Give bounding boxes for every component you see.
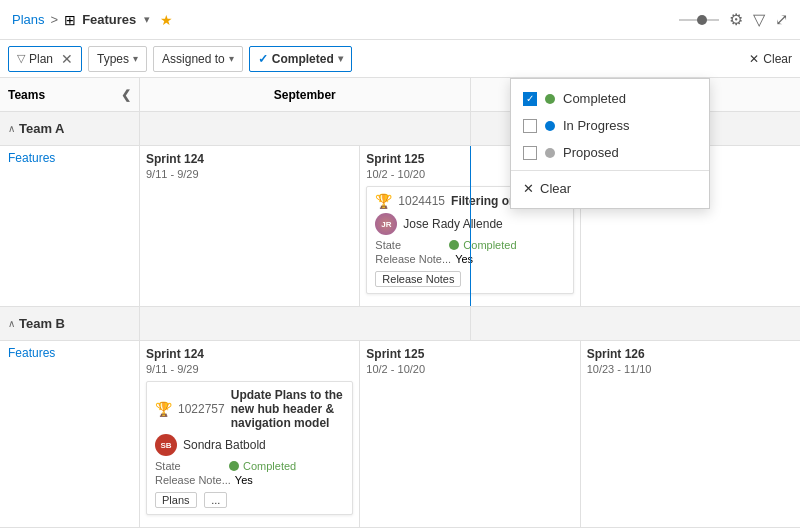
team-b-sub-label[interactable]: Features xyxy=(8,346,55,360)
wi-1024415-state-text: Completed xyxy=(463,239,516,251)
wi-1022757-assignee: Sondra Batbold xyxy=(183,438,266,452)
dropdown-clear-x-icon: ✕ xyxy=(523,181,534,196)
wi-1022757-tag-more[interactable]: ... xyxy=(204,492,227,508)
zoom-slider[interactable] xyxy=(679,19,719,21)
wi-1024415-id: 1024415 xyxy=(398,194,445,208)
wi-1024415-avatar: JR xyxy=(375,213,397,235)
dropdown-item-inprogress[interactable]: In Progress xyxy=(511,112,709,139)
team-b-header-data xyxy=(140,307,800,340)
inprogress-dot-icon xyxy=(545,121,555,131)
favorite-star-icon[interactable]: ★ xyxy=(160,12,173,28)
features-icon: ⊞ xyxy=(64,12,76,28)
team-b-oct-header xyxy=(471,307,801,340)
wi-1022757-release-row: Release Note... Yes xyxy=(155,474,344,486)
team-b-section: ∧ Team B Features Sprint 124 9/11 - 9/29 xyxy=(0,307,800,528)
dropdown-clear-button[interactable]: ✕ Clear xyxy=(511,175,709,202)
team-b-sprint125-dates: 10/2 - 10/20 xyxy=(366,363,573,375)
completed-check-icon: ✓ xyxy=(258,52,268,66)
dropdown-inprogress-label: In Progress xyxy=(563,118,629,133)
wi-1024415-assignee: Jose Rady Allende xyxy=(403,217,502,231)
plan-filter-clear-button[interactable]: ✕ xyxy=(57,51,73,67)
wi-1022757-tag[interactable]: Plans xyxy=(155,492,197,508)
wi-1022757-title: Update Plans to the new hub header & nav… xyxy=(231,388,345,430)
team-b-sub-cell: Features xyxy=(0,341,140,527)
team-b-content-row: Features Sprint 124 9/11 - 9/29 🏆 102275… xyxy=(0,341,800,527)
completed-dot-icon xyxy=(545,94,555,104)
completed-caret-icon: ▾ xyxy=(338,53,343,64)
wi-1022757-release-label: Release Note... xyxy=(155,474,231,486)
dropdown-clear-label: Clear xyxy=(540,181,571,196)
team-a-caret-icon[interactable]: ∧ xyxy=(8,123,15,134)
proposed-dot-icon xyxy=(545,148,555,158)
wi-1022757-state-value: Completed xyxy=(229,460,296,472)
completed-checkbox[interactable]: ✓ xyxy=(523,92,537,106)
completed-filter-label: Completed xyxy=(272,52,334,66)
team-a-sub-label[interactable]: Features xyxy=(8,151,55,165)
wi-1022757-avatar-initials: SB xyxy=(160,441,171,450)
breadcrumb-separator: > xyxy=(51,12,59,27)
breadcrumb: Plans > ⊞ Features ▾ ★ xyxy=(12,12,173,28)
assigned-to-filter-dropdown[interactable]: Assigned to ▾ xyxy=(153,46,243,72)
breadcrumb-plans[interactable]: Plans xyxy=(12,12,45,27)
teams-header-label: Teams xyxy=(8,88,45,102)
plan-filter-chip[interactable]: ▽ Plan ✕ xyxy=(8,46,82,72)
team-a-sep-header xyxy=(140,112,471,145)
dropdown-item-proposed[interactable]: Proposed xyxy=(511,139,709,166)
team-b-name: Team B xyxy=(19,316,65,331)
wi-1022757-release-value: Yes xyxy=(235,474,253,486)
wi-1024415-state-label: State xyxy=(375,239,445,251)
teams-column-header: Teams ❮ xyxy=(0,78,140,111)
settings-gear-icon[interactable]: ⚙ xyxy=(729,10,743,29)
work-item-1022757[interactable]: 🏆 1022757 Update Plans to the new hub he… xyxy=(146,381,353,515)
top-bar: Plans > ⊞ Features ▾ ★ ⚙ ▽ ⤢ xyxy=(0,0,800,40)
clear-label: Clear xyxy=(763,52,792,66)
dropdown-proposed-label: Proposed xyxy=(563,145,619,160)
wi-1022757-trophy-icon: 🏆 xyxy=(155,401,172,417)
breadcrumb-current: Features xyxy=(82,12,136,27)
clear-all-button[interactable]: ✕ Clear xyxy=(749,52,792,66)
filter-bar-right: ✕ Clear xyxy=(749,52,792,66)
wi-1022757-state-dot xyxy=(229,461,239,471)
filter-icon[interactable]: ▽ xyxy=(753,10,765,29)
team-b-sprint125-cell: Sprint 125 10/2 - 10/20 xyxy=(360,341,580,527)
types-filter-label: Types xyxy=(97,52,129,66)
wi-1024415-tag[interactable]: Release Notes xyxy=(375,271,461,287)
inprogress-checkbox[interactable] xyxy=(523,119,537,133)
team-b-sprint124-name: Sprint 124 xyxy=(146,347,353,361)
slider-track xyxy=(679,19,719,21)
september-label: September xyxy=(274,88,336,102)
team-a-sub-cell: Features xyxy=(0,146,140,306)
wi-1022757-state-label: State xyxy=(155,460,225,472)
team-b-sprint125-name: Sprint 125 xyxy=(366,347,573,361)
wi-1022757-id: 1022757 xyxy=(178,402,225,416)
wi-1024415-avatar-initials: JR xyxy=(381,220,391,229)
types-caret-icon: ▾ xyxy=(133,53,138,64)
breadcrumb-caret-icon[interactable]: ▾ xyxy=(144,13,150,26)
team-a-sprint124-name: Sprint 124 xyxy=(146,152,353,166)
wi-1024415-state-value: Completed xyxy=(449,239,516,251)
team-b-sprint126-cell: Sprint 126 10/23 - 11/10 xyxy=(581,341,800,527)
plan-filter-icon: ▽ xyxy=(17,52,25,65)
team-a-sprint124-cell: Sprint 124 9/11 - 9/29 xyxy=(140,146,360,306)
team-b-sprint126-name: Sprint 126 xyxy=(587,347,794,361)
top-bar-actions: ⚙ ▽ ⤢ xyxy=(679,10,788,29)
team-b-label-cell: ∧ Team B xyxy=(0,307,140,340)
wi-1022757-state-text: Completed xyxy=(243,460,296,472)
teams-collapse-icon[interactable]: ❮ xyxy=(121,88,131,102)
team-a-label-cell: ∧ Team A xyxy=(0,112,140,145)
wi-1024415-state-dot xyxy=(449,240,459,250)
dropdown-divider xyxy=(511,170,709,171)
filter-bar: ▽ Plan ✕ Types ▾ Assigned to ▾ ✓ Complet… xyxy=(0,40,800,78)
team-b-sprint-cells: Sprint 124 9/11 - 9/29 🏆 1022757 Update … xyxy=(140,341,800,527)
wi-1022757-avatar-row: SB Sondra Batbold xyxy=(155,434,344,456)
team-b-caret-icon[interactable]: ∧ xyxy=(8,318,15,329)
proposed-checkbox[interactable] xyxy=(523,146,537,160)
wi-1022757-state-row: State Completed xyxy=(155,460,344,472)
fullscreen-icon[interactable]: ⤢ xyxy=(775,10,788,29)
team-b-sprint124-dates: 9/11 - 9/29 xyxy=(146,363,353,375)
team-a-sprint124-dates: 9/11 - 9/29 xyxy=(146,168,353,180)
completed-filter-dropdown[interactable]: ✓ Completed ▾ xyxy=(249,46,352,72)
types-filter-dropdown[interactable]: Types ▾ xyxy=(88,46,147,72)
dropdown-item-completed[interactable]: ✓ Completed xyxy=(511,85,709,112)
assigned-to-caret-icon: ▾ xyxy=(229,53,234,64)
